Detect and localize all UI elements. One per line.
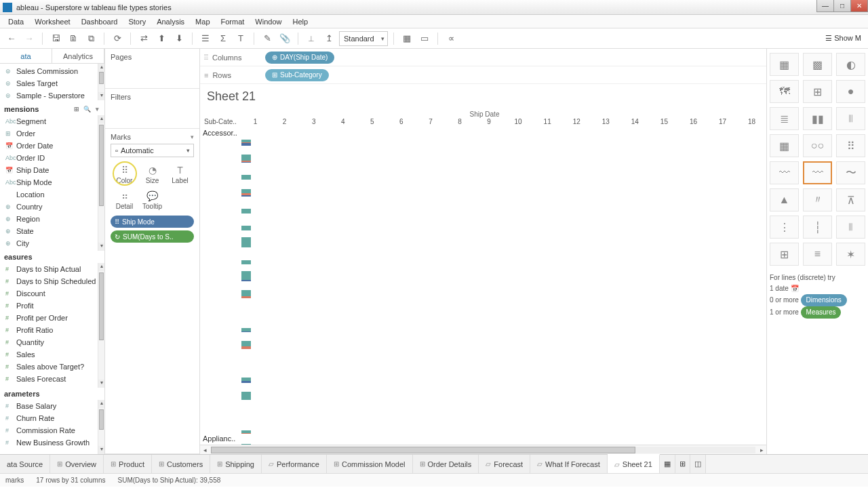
data-cell[interactable]: [241, 163, 766, 180]
sort-desc-button[interactable]: ⬇: [172, 31, 186, 46]
share-button[interactable]: ∝: [443, 31, 458, 46]
dimension-field[interactable]: 📅Ship Date: [0, 164, 104, 176]
datasource-item[interactable]: ⊜Sample - Superstore: [0, 89, 104, 102]
dimension-field[interactable]: ⊞Order: [0, 127, 104, 140]
save-button[interactable]: 🖫: [48, 31, 63, 46]
data-cell[interactable]: [241, 316, 766, 332]
menu-help[interactable]: Help: [287, 16, 313, 27]
size-pill-days[interactable]: ↻SUM(Days to S..: [111, 230, 194, 243]
parameters-scrollbar[interactable]: [99, 409, 104, 430]
showme-viz-option[interactable]: ┆: [803, 216, 832, 239]
data-cell[interactable]: [241, 282, 766, 298]
data-tab[interactable]: ata: [0, 49, 52, 63]
showme-viz-option[interactable]: ⊞: [803, 80, 832, 103]
presentation-button[interactable]: ▭: [417, 31, 432, 46]
window-minimize-button[interactable]: —: [816, 0, 834, 12]
horizontal-scrollbar[interactable]: ◂▸: [200, 445, 766, 454]
dimension-field[interactable]: AbcSegment: [0, 115, 104, 127]
data-cell[interactable]: [241, 180, 766, 197]
showme-viz-option[interactable]: ⫴: [836, 107, 865, 130]
menu-analysis[interactable]: Analysis: [151, 16, 190, 27]
showme-viz-option[interactable]: ▦: [770, 53, 799, 76]
new-story-tab[interactable]: ◫: [690, 455, 706, 473]
showme-viz-option[interactable]: ⊞: [770, 243, 799, 266]
measure-field[interactable]: #Discount: [0, 287, 104, 300]
parameter-field[interactable]: #Base Salary: [0, 400, 104, 412]
menu-window[interactable]: Window: [250, 16, 287, 27]
sheet-tab[interactable]: ▱Sheet 21: [608, 454, 660, 473]
data-cell[interactable]: [241, 418, 766, 434]
menu-format[interactable]: Format: [216, 16, 250, 27]
datasource-item[interactable]: ⊜Sales Commission: [0, 65, 104, 77]
showme-viz-option[interactable]: ▩: [803, 53, 832, 76]
group-button[interactable]: ☰: [198, 31, 213, 46]
showme-viz-option[interactable]: ✶: [836, 243, 865, 266]
showme-viz-option[interactable]: 〰: [770, 161, 799, 184]
filters-shelf[interactable]: [111, 104, 194, 124]
measure-field[interactable]: #Quantity: [0, 336, 104, 348]
marks-color-button[interactable]: ⠿Color: [111, 161, 138, 187]
color-pill-ship-mode[interactable]: ⠿Ship Mode: [111, 216, 194, 228]
measure-field[interactable]: #Sales Forecast: [0, 373, 104, 385]
dimension-field[interactable]: AbcShip Mode: [0, 176, 104, 188]
dimension-field[interactable]: ⊕State: [0, 225, 104, 237]
measures-scrollbar[interactable]: [99, 272, 104, 340]
data-cell[interactable]: [241, 299, 766, 315]
menu-dashboard[interactable]: Dashboard: [76, 16, 123, 27]
showme-viz-option[interactable]: ⊼: [836, 188, 865, 211]
sheet-tab[interactable]: ⊞Product: [104, 455, 152, 473]
showme-viz-option[interactable]: ●: [836, 80, 865, 103]
new-dashboard-tab[interactable]: ⊞: [675, 455, 690, 473]
data-cell[interactable]: [241, 265, 766, 281]
measure-field[interactable]: #Sales above Target?: [0, 361, 104, 373]
showme-viz-option[interactable]: 〰: [803, 161, 832, 184]
new-worksheet-tab[interactable]: ▦: [660, 455, 675, 473]
measure-field[interactable]: #Profit: [0, 300, 104, 312]
parameter-field[interactable]: #New Business Growth: [0, 436, 104, 449]
showme-viz-option[interactable]: ◐: [836, 53, 865, 76]
sheet-tab[interactable]: ⊞Commission Model: [327, 455, 413, 473]
clear-button[interactable]: ↥: [321, 31, 336, 46]
data-cell[interactable]: [241, 435, 766, 445]
window-maximize-button[interactable]: □: [833, 0, 851, 12]
data-cell[interactable]: [241, 214, 766, 230]
dimension-field[interactable]: ⊕City: [0, 237, 104, 249]
dimension-field[interactable]: Location: [0, 188, 104, 201]
data-cell[interactable]: [241, 401, 766, 417]
dimension-field[interactable]: 📅Order Date: [0, 140, 104, 152]
datasource-scrollbar[interactable]: [99, 72, 104, 84]
menu-data[interactable]: Data: [3, 16, 29, 27]
showme-viz-option[interactable]: ⦀: [836, 216, 865, 239]
showme-viz-option[interactable]: ○○: [803, 134, 832, 157]
measure-field[interactable]: #Days to Ship Scheduled: [0, 275, 104, 287]
showme-viz-option[interactable]: ▲: [770, 188, 799, 211]
show-me-toggle[interactable]: ☰ Show M: [823, 33, 864, 44]
dimension-field[interactable]: ⊕Country: [0, 201, 104, 213]
back-button[interactable]: ←: [4, 31, 19, 46]
data-cell[interactable]: [241, 231, 766, 247]
sheet-tab[interactable]: ⊞Shipping: [210, 455, 262, 473]
data-cell[interactable]: [241, 146, 766, 163]
menu-story[interactable]: Story: [123, 16, 151, 27]
sheet-tab[interactable]: ▱Performance: [262, 455, 327, 473]
parameter-field[interactable]: #Churn Rate: [0, 412, 104, 424]
data-cell[interactable]: [241, 248, 766, 264]
showme-viz-option[interactable]: ⠿: [836, 134, 865, 157]
columns-pill[interactable]: ⊕ DAY(Ship Date): [265, 52, 334, 64]
marks-size-button[interactable]: ◔Size: [138, 161, 166, 187]
datasource-item[interactable]: ⊜Sales Target: [0, 77, 104, 89]
swap-button[interactable]: ⇄: [136, 31, 151, 46]
sheet-title[interactable]: Sheet 21: [200, 84, 766, 109]
showme-viz-option[interactable]: ≣: [770, 107, 799, 130]
dimension-field[interactable]: ⊕Region: [0, 213, 104, 225]
marks-tooltip-button[interactable]: 💬Tooltip: [138, 187, 166, 213]
filter-button[interactable]: ⟂: [304, 31, 319, 46]
sheet-tab[interactable]: ⊞Customers: [152, 455, 210, 473]
sheet-tab[interactable]: ▱What If Forecast: [530, 455, 608, 473]
measure-field[interactable]: #Sales: [0, 348, 104, 361]
abc-button[interactable]: T: [233, 31, 248, 46]
sheet-tab[interactable]: ▱Forecast: [479, 455, 530, 473]
sheet-tab[interactable]: ⊞Overview: [50, 455, 104, 473]
refresh-button[interactable]: ⟳: [110, 31, 125, 46]
menu-map[interactable]: Map: [190, 16, 215, 27]
